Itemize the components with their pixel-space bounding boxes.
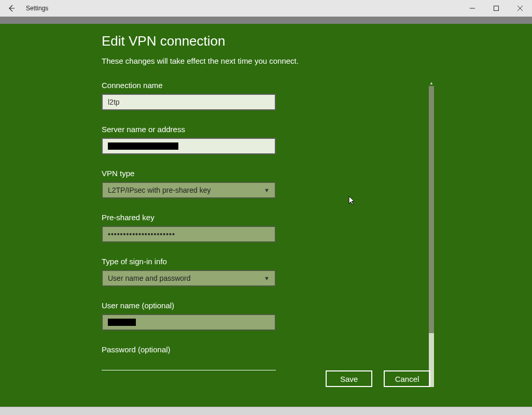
window-controls (460, 0, 532, 17)
content-header-peek (0, 17, 532, 24)
server-address-label: Server name or address (102, 125, 433, 134)
vpn-edit-dialog: Edit VPN connection These changes will t… (0, 24, 532, 407)
password-input[interactable] (102, 358, 276, 370)
connection-name-input[interactable] (102, 94, 276, 110)
connection-name-label: Connection name (102, 81, 433, 90)
password-label: Password (optional) (102, 345, 433, 354)
background-footer-peek (0, 407, 532, 415)
signin-type-select[interactable]: User name and password ▼ (102, 270, 276, 287)
username-label: User name (optional) (102, 301, 433, 310)
redacted-username-text (108, 319, 136, 326)
window-title: Settings (26, 5, 48, 12)
cancel-button[interactable]: Cancel (384, 370, 430, 387)
modal-overlay: Edit VPN connection These changes will t… (0, 24, 532, 407)
vpn-type-label: VPN type (102, 169, 433, 178)
signin-type-label: Type of sign-in info (102, 257, 433, 266)
save-button[interactable]: Save (326, 370, 372, 387)
signin-type-value: User name and password (108, 274, 191, 282)
minimize-button[interactable] (460, 0, 484, 17)
maximize-icon (493, 5, 499, 11)
chevron-down-icon: ▼ (264, 187, 270, 193)
minimize-icon (469, 5, 475, 11)
back-arrow-icon (7, 4, 16, 12)
close-button[interactable] (508, 0, 532, 17)
svg-rect-1 (494, 6, 499, 11)
back-button[interactable] (3, 0, 20, 17)
dialog-title: Edit VPN connection (102, 33, 433, 49)
psk-label: Pre-shared key (102, 213, 433, 222)
close-icon (517, 5, 523, 11)
vpn-type-value: L2TP/IPsec with pre-shared key (108, 186, 211, 194)
titlebar: Settings (0, 0, 532, 17)
username-input[interactable] (102, 314, 276, 331)
redacted-server-text (108, 142, 178, 150)
chevron-down-icon: ▼ (264, 275, 270, 281)
psk-input[interactable] (102, 226, 276, 242)
dialog-button-row: Save Cancel (326, 370, 430, 387)
server-address-input[interactable] (102, 138, 276, 154)
vpn-type-select[interactable]: L2TP/IPsec with pre-shared key ▼ (102, 182, 276, 198)
settings-window: Settings Edit VPN connection These chang… (0, 0, 532, 415)
dialog-subtitle: These changes will take effect the next … (102, 56, 433, 65)
maximize-button[interactable] (484, 0, 508, 17)
scroll-up-button[interactable]: ▲ (429, 80, 434, 85)
